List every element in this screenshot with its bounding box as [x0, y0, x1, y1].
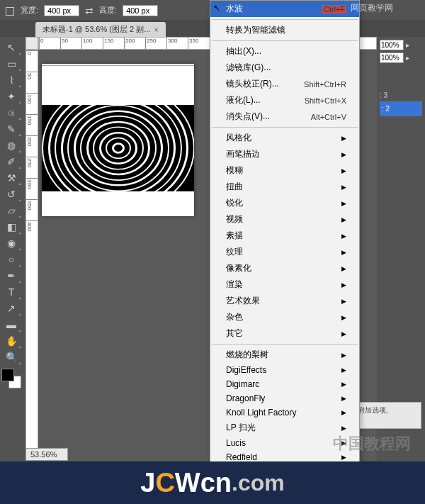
vertical-ruler[interactable]: 050100150200250300350400 [26, 50, 38, 461]
menu-item[interactable]: DigiEffects▶ [210, 363, 359, 377]
submenu-arrow-icon: ▶ [341, 216, 346, 223]
swap-dimensions-icon[interactable]: ⇄ [85, 5, 94, 16]
menu-item[interactable]: 像素化▶ [210, 260, 359, 276]
menu-label: DragonFly [226, 393, 265, 403]
shape-tool[interactable]: ▬ [1, 317, 21, 332]
menu-item[interactable]: 渲染▶ [210, 276, 359, 293]
type-tool[interactable]: T [1, 284, 21, 300]
filter-menu: ↖ 水波 Ctrl+F 转换为智能滤镜 抽出(X)...滤镜库(G)...镜头校… [210, 0, 360, 504]
marquee-tool[interactable]: ▭ [1, 56, 21, 72]
menu-label: 纹理 [226, 246, 243, 258]
menu-item-last-filter[interactable]: ↖ 水波 Ctrl+F [210, 1, 359, 17]
menu-item[interactable]: 液化(L)...Shift+Ctrl+X [210, 92, 359, 108]
menu-label: 其它 [226, 327, 243, 340]
dodge-tool[interactable]: ○ [1, 252, 21, 267]
layer-item-selected[interactable]: : 2 [380, 101, 422, 116]
submenu-arrow-icon: ▶ [341, 409, 346, 416]
horizontal-guide[interactable] [42, 65, 194, 66]
submenu-arrow-icon: ▶ [341, 298, 346, 305]
menu-item[interactable]: 艺术效果▶ [210, 293, 359, 309]
move-tool[interactable]: ↖ [1, 40, 21, 55]
width-input[interactable] [44, 5, 79, 16]
eraser-tool[interactable]: ▱ [1, 203, 21, 218]
blur-tool[interactable]: ◉ [1, 235, 21, 251]
zoom-tool[interactable]: 🔍 [1, 349, 21, 365]
path-tool[interactable]: ↗ [1, 301, 21, 316]
zoom-display[interactable]: 53.56% [26, 448, 68, 461]
submenu-arrow-icon: ▶ [341, 200, 346, 207]
healing-tool[interactable]: ◍ [1, 138, 21, 153]
submenu-arrow-icon: ▶ [341, 265, 346, 272]
ruler-tick: 150 [103, 38, 113, 49]
magic-wand-tool[interactable]: ✦ [1, 89, 21, 104]
menu-item[interactable]: 视频▶ [210, 211, 359, 228]
foreground-color[interactable] [1, 369, 14, 381]
ruler-tick: 100 [26, 93, 38, 103]
menu-item[interactable]: 画笔描边▶ [210, 146, 359, 162]
ruler-tick: 250 [26, 157, 38, 167]
opacity-input[interactable] [380, 40, 404, 50]
close-icon[interactable]: × [154, 26, 158, 34]
menu-item[interactable]: 扭曲▶ [210, 179, 359, 195]
menu-shortcut: Alt+Ctrl+V [311, 113, 346, 121]
menu-item[interactable]: 其它▶ [210, 325, 359, 342]
menu-item[interactable]: 镜头校正(R)...Shift+Ctrl+R [210, 76, 359, 92]
menu-item[interactable]: 滤镜库(G)... [210, 60, 359, 76]
color-swatches[interactable] [1, 369, 21, 388]
crop-tool[interactable]: ⟃ [1, 105, 21, 121]
menu-shortcut: Ctrl+F [322, 5, 346, 13]
menu-label: 锐化 [226, 197, 243, 209]
menu-item[interactable]: 素描▶ [210, 228, 359, 244]
submenu-arrow-icon: ▶ [341, 425, 346, 432]
menu-label: 模糊 [226, 164, 243, 177]
cursor-icon: ↖ [213, 3, 220, 13]
menu-separator [212, 127, 358, 128]
document-tab[interactable]: 未标题-1 @ 53.6% (图层 2 副... × [35, 22, 166, 37]
menu-item[interactable]: 杂色▶ [210, 309, 359, 325]
watermark-top: 网页教学网 [351, 2, 393, 14]
menu-item[interactable]: 纹理▶ [210, 244, 359, 260]
menu-item[interactable]: 消失点(V)...Alt+Ctrl+V [210, 108, 359, 125]
brush-tool[interactable]: ✐ [1, 154, 21, 169]
menu-item[interactable]: Digimarc▶ [210, 377, 359, 391]
menu-item[interactable]: 燃烧的梨树▶ [210, 347, 359, 363]
eyedropper-tool[interactable]: ✎ [1, 121, 21, 137]
layer-item[interactable]: : 3 [380, 91, 422, 99]
menu-item[interactable]: 风格化▶ [210, 130, 359, 146]
menu-item[interactable]: 模糊▶ [210, 162, 359, 179]
menu-item[interactable]: 锐化▶ [210, 195, 359, 211]
menu-label: 视频 [226, 213, 243, 225]
submenu-arrow-icon: ▶ [341, 314, 346, 321]
submenu-arrow-icon: ▶ [341, 395, 346, 402]
pen-tool[interactable]: ✒ [1, 268, 21, 284]
height-input[interactable] [123, 5, 158, 16]
menu-label: 画笔描边 [226, 148, 260, 160]
menu-label: 风格化 [226, 132, 251, 144]
hand-tool[interactable]: ✋ [1, 333, 21, 349]
menu-label: Digimarc [226, 379, 259, 389]
ruler-tick: 300 [26, 178, 38, 189]
dropdown-icon[interactable]: ▸ [406, 54, 409, 62]
menu-label: 像素化 [226, 262, 251, 274]
menu-item[interactable]: Knoll Light Factory▶ [210, 405, 359, 420]
ruler-tick: 400 [26, 220, 38, 231]
fill-input[interactable] [380, 52, 404, 63]
ruler-tick: 100 [81, 38, 92, 49]
ruler-tick: 0 [39, 38, 43, 49]
ruler-tick: 200 [124, 38, 135, 49]
stamp-tool[interactable]: ⚒ [1, 170, 21, 186]
canvas-content[interactable] [42, 64, 194, 216]
lasso-tool[interactable]: ⌇ [1, 72, 21, 88]
menu-item[interactable]: 抽出(X)... [210, 43, 359, 60]
menu-label: 燃烧的梨树 [226, 349, 268, 361]
menu-item[interactable]: DragonFly▶ [210, 391, 359, 405]
submenu-arrow-icon: ▶ [341, 249, 346, 256]
menu-label: 消失点(V)... [226, 111, 270, 123]
gradient-tool[interactable]: ◧ [1, 219, 21, 235]
dropdown-icon[interactable]: ▸ [406, 41, 409, 49]
history-brush-tool[interactable]: ↺ [1, 186, 21, 202]
menu-item-convert-smart[interactable]: 转换为智能滤镜 [210, 22, 359, 38]
menu-separator [212, 344, 358, 345]
menu-label: 抽出(X)... [226, 45, 261, 57]
ruler-tick: 250 [145, 38, 156, 49]
